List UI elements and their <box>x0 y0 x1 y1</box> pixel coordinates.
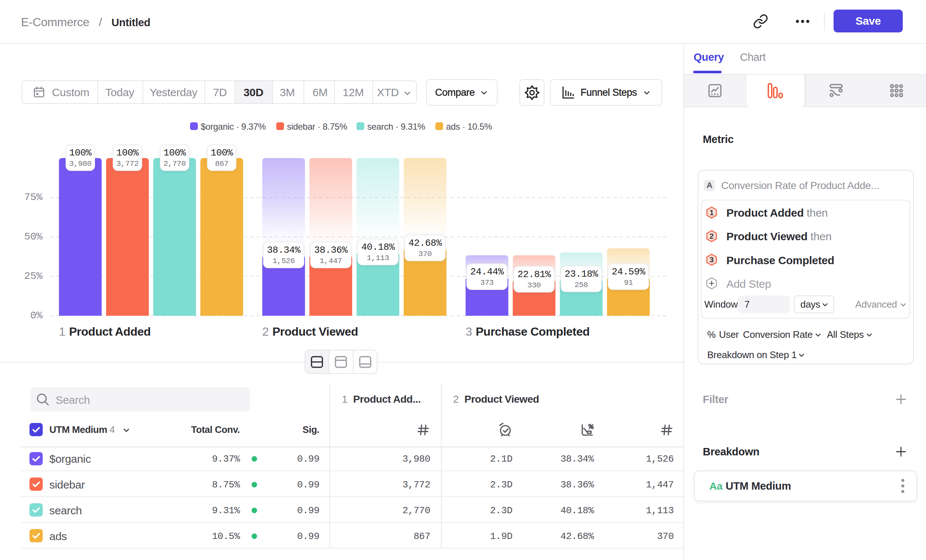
svg-text:3: 3 <box>710 256 714 264</box>
svg-text:1: 1 <box>710 209 714 216</box>
svg-text:2: 2 <box>710 232 714 240</box>
